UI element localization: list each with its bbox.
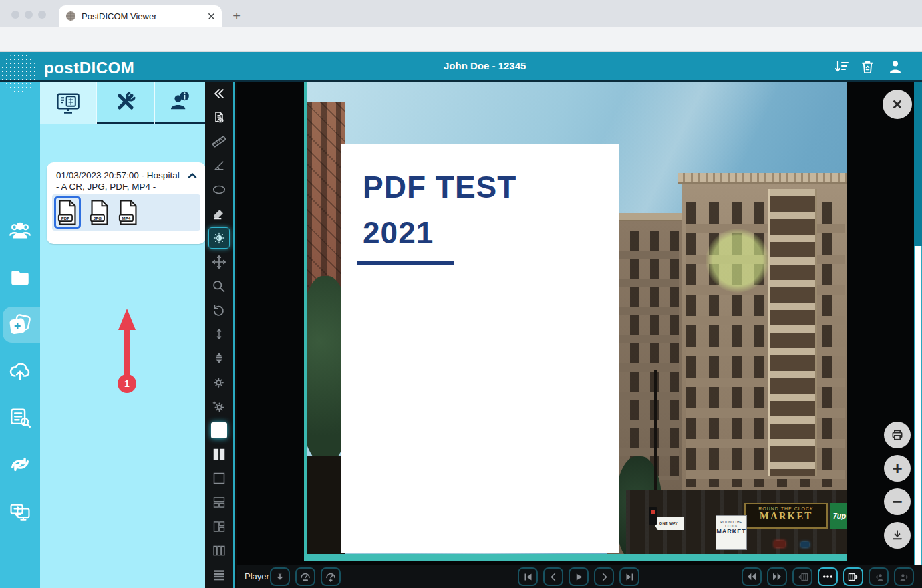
- ruler-icon[interactable]: [205, 130, 233, 154]
- next-series-icon[interactable]: [843, 567, 863, 586]
- pdf-title-rule: [357, 261, 454, 265]
- user-icon[interactable]: [887, 58, 904, 76]
- postdicom-viewer-window: PostDICOM Viewer + germany.postdicom.com…: [0, 0, 922, 588]
- svg-text:MP4: MP4: [122, 216, 131, 220]
- pedestrian-signal: [649, 507, 657, 525]
- scrollbar-thumb[interactable]: [914, 246, 922, 565]
- sort-descending-icon[interactable]: [833, 58, 851, 76]
- layout-1x2-icon[interactable]: [205, 442, 233, 466]
- brightness-icon[interactable]: [205, 226, 233, 250]
- left-rail: [0, 82, 40, 588]
- browser-tab[interactable]: PostDICOM Viewer: [59, 5, 222, 27]
- last-image-icon[interactable]: [619, 567, 639, 586]
- new-tab-button[interactable]: +: [227, 7, 246, 25]
- pdf-title-line2: 2021: [363, 214, 434, 251]
- more-options-icon[interactable]: [818, 567, 838, 586]
- file-thumbnail-pdf[interactable]: PDF: [54, 196, 81, 229]
- stack-sort-icon[interactable]: [205, 346, 233, 370]
- layout-single-icon[interactable]: [205, 466, 233, 490]
- zoom-out-button[interactable]: −: [884, 488, 911, 515]
- speed-down-icon[interactable]: [295, 567, 315, 586]
- next-image-icon[interactable]: [594, 567, 614, 586]
- left-storefront: [307, 456, 345, 561]
- building-cornice: [678, 173, 847, 184]
- zoom-in-button[interactable]: +: [884, 455, 911, 482]
- tab-study-list[interactable]: [40, 82, 96, 124]
- tab-patient-info[interactable]: [155, 82, 205, 124]
- angle-icon[interactable]: [205, 154, 233, 178]
- previous-series-icon[interactable]: [792, 567, 812, 586]
- share-icon[interactable]: [8, 452, 32, 476]
- pdf-page: PDF TEST 2021: [341, 144, 619, 553]
- corner-bay-windows: [768, 189, 817, 476]
- speed-up-icon[interactable]: [321, 567, 341, 586]
- print-button[interactable]: [884, 422, 911, 448]
- layout-columns-icon[interactable]: [205, 539, 233, 563]
- study-title: 01/03/2023 20:57:00 - Hospital - A CR, J…: [56, 170, 183, 192]
- patients-icon[interactable]: [8, 218, 32, 242]
- studies-icon[interactable]: [8, 313, 32, 337]
- study-collapse-icon[interactable]: [186, 169, 199, 182]
- player-label: Player: [245, 571, 269, 581]
- market-sign: ROUND THE CLOCK MARKET: [744, 503, 828, 529]
- previous-image-icon[interactable]: [543, 567, 563, 586]
- layout-grid3-icon[interactable]: [205, 514, 233, 539]
- next-patient-icon[interactable]: [894, 567, 914, 586]
- window-zoom-button[interactable]: [38, 11, 46, 19]
- close-series-button[interactable]: [883, 90, 912, 119]
- viewer-canvas[interactable]: ROUND THE CLOCK MARKET 7up ROUND THE CLO…: [237, 82, 922, 588]
- zoom-icon[interactable]: [205, 274, 233, 298]
- postdicom-logo: postDICOM: [44, 59, 134, 78]
- report-view-icon[interactable]: [205, 106, 233, 130]
- browser-toolbar: germany.postdicom.com/Viewer/Main: [0, 27, 922, 52]
- remote-monitors-icon[interactable]: [8, 499, 32, 523]
- play-icon[interactable]: [569, 567, 589, 586]
- layout-1x1-icon[interactable]: [205, 418, 233, 442]
- tab-tools[interactable]: [97, 82, 154, 124]
- first-image-icon[interactable]: [518, 567, 538, 586]
- browser-tab-strip: PostDICOM Viewer +: [0, 0, 922, 27]
- market-sign-main: MARKET: [746, 511, 826, 521]
- postdicom-logo-mark: [1, 53, 37, 92]
- scrollbar-track: [914, 82, 922, 565]
- eraser-icon[interactable]: [205, 202, 233, 226]
- cine-export-icon[interactable]: [270, 567, 290, 586]
- collapse-panel-icon[interactable]: [205, 82, 233, 106]
- svg-text:PDF: PDF: [61, 216, 70, 220]
- cloud-upload-icon[interactable]: [8, 359, 32, 383]
- layout-grid2-icon[interactable]: [205, 490, 233, 514]
- study-card[interactable]: 01/03/2023 20:57:00 - Hospital - A CR, J…: [47, 162, 206, 244]
- lens-flare: [706, 229, 770, 293]
- tab-close-icon[interactable]: [208, 13, 215, 20]
- query-list-icon[interactable]: [8, 405, 32, 429]
- rotate-icon[interactable]: [205, 298, 233, 322]
- viewer-tool-column: [205, 82, 235, 588]
- pan-icon[interactable]: [205, 250, 233, 274]
- patient-title: John Doe - 12345: [444, 60, 526, 71]
- fast-back-icon[interactable]: [742, 567, 762, 586]
- pdf-title-line1: PDF TEST: [363, 169, 516, 205]
- recycle-bin-icon[interactable]: [859, 58, 876, 76]
- folders-icon[interactable]: [8, 265, 32, 289]
- previous-patient-icon[interactable]: [869, 567, 889, 586]
- window-minimize-button[interactable]: [25, 11, 33, 19]
- player-bar: Player: [237, 565, 922, 588]
- soda-sign: 7up: [830, 503, 847, 529]
- layout-rows-icon[interactable]: [205, 563, 233, 587]
- study-panel: 01/03/2023 20:57:00 - Hospital - A CR, J…: [40, 82, 205, 588]
- neon-sign: [774, 541, 785, 547]
- scroll-vertical-icon[interactable]: [205, 322, 233, 346]
- neon-sign: [801, 542, 809, 547]
- reset-gear-icon[interactable]: [205, 370, 233, 394]
- projecting-market-sign: ROUND THE CLOCK MARKET: [716, 515, 747, 550]
- download-button[interactable]: [884, 522, 911, 549]
- ellipse-icon[interactable]: [205, 178, 233, 202]
- photo-bottom-strip: [304, 554, 847, 561]
- file-thumbnail-mp4[interactable]: MP4: [115, 196, 142, 229]
- file-thumbnail-jpg[interactable]: JPG: [86, 196, 113, 229]
- tab-title: PostDICOM Viewer: [82, 11, 208, 21]
- series-thumbnail-row: PDF JPG MP4: [52, 194, 200, 231]
- auto-gear-icon[interactable]: [205, 394, 233, 418]
- fast-forward-icon[interactable]: [767, 567, 787, 586]
- window-close-button[interactable]: [11, 11, 19, 19]
